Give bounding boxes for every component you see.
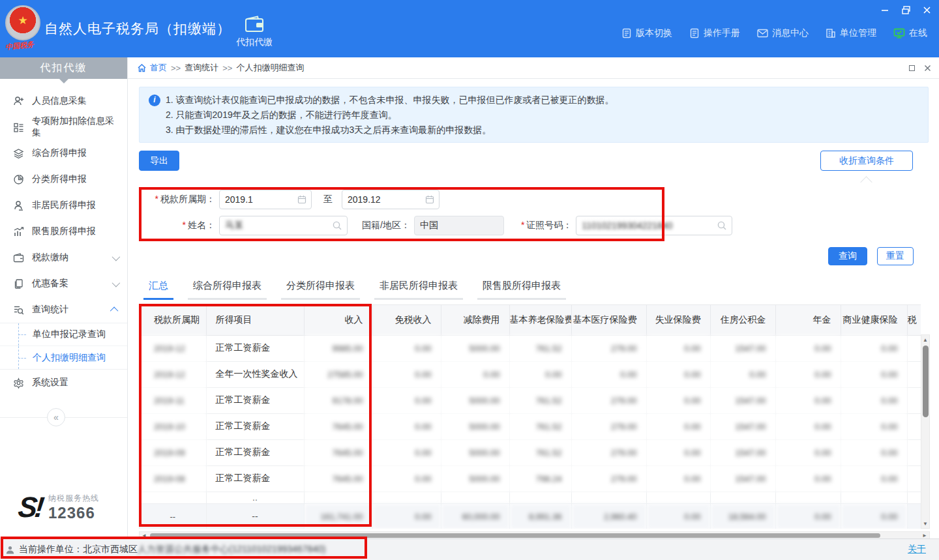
sidebar-item-preferential-filing[interactable]: 优惠备案	[0, 271, 127, 297]
table-cell: 279.00	[571, 465, 646, 492]
menu-message-center[interactable]: 消息中心	[757, 27, 809, 39]
breadcrumb-separator: >>	[171, 63, 181, 73]
query-button[interactable]: 查询	[828, 247, 867, 265]
tab-restricted-shares[interactable]: 限售股所得申报表	[477, 276, 566, 300]
sidebar-item-query-statistics[interactable]: 查询统计	[0, 297, 127, 323]
table-cell	[907, 413, 921, 439]
home-icon	[137, 63, 147, 72]
sidebar-item-classified-income[interactable]: 分类所得申报	[0, 166, 127, 192]
tab-classified-income[interactable]: 分类所得申报表	[281, 276, 360, 300]
period-from-input[interactable]: 2019.1	[219, 190, 312, 209]
table-cell: 2019-08	[140, 465, 206, 492]
sidebar-collapse-button[interactable]: «	[47, 408, 65, 426]
sidebar-item-comprehensive-income[interactable]: 综合所得申报	[0, 140, 127, 166]
sidebar-item-label: 专项附加扣除信息采集	[32, 115, 118, 139]
sidebar-item-label: 优惠备案	[32, 278, 68, 289]
id-number-label: *证照号码：	[521, 220, 572, 231]
table-cell: ..	[206, 492, 304, 503]
minimize-button[interactable]	[879, 4, 891, 16]
collapse-query-button[interactable]: 收折查询条件	[820, 151, 913, 171]
current-unit-prefix: 当前操作单位：北京市西城区	[19, 544, 138, 555]
table-row[interactable]: 2019-11正常工资薪金9178.000.005000.00761.52279…	[140, 387, 921, 413]
tab-summary[interactable]: 汇总	[143, 276, 173, 300]
submenu-personal-withholding-detail-query[interactable]: 个人扣缴明细查询	[0, 346, 127, 369]
table-row[interactable]: 2019-10正常工资薪金7645.000.005000.00761.52279…	[140, 413, 921, 439]
menu-label: 在线	[909, 27, 927, 39]
export-button[interactable]: 导出	[139, 151, 179, 171]
status-bar: 当前操作单位：北京市西城区 人力资源公共服务中心(121101021993467…	[0, 538, 939, 560]
about-link[interactable]: 关于	[908, 544, 926, 555]
sidebar-item-label: 综合所得申报	[32, 147, 87, 159]
table-row[interactable]: 2019-12全年一次性奖金收入27585.000.000.000.000.00…	[140, 361, 921, 387]
table-cell: 0.00	[509, 361, 571, 387]
scroll-up-arrow[interactable]: ▲	[921, 336, 929, 344]
table-cell: 7645.00	[304, 465, 372, 492]
tab-maximize-button[interactable]	[909, 64, 915, 72]
app-title: 自然人电子税务局（扣缴端）	[44, 20, 231, 38]
calendar-icon[interactable]	[297, 195, 306, 204]
tab-close-button[interactable]	[924, 65, 931, 72]
layers-icon	[13, 148, 24, 159]
sidebar-item-nonresident-income[interactable]: 非居民所得申报	[0, 192, 127, 218]
menu-unit-management[interactable]: 单位管理	[826, 27, 876, 39]
table-cell: 0.00	[646, 413, 710, 439]
table-cell: 1547.00	[710, 465, 775, 492]
table-cell: 0.00	[841, 361, 907, 387]
menu-version-switch[interactable]: 版本切换	[621, 27, 672, 39]
online-status[interactable]: 在线	[893, 27, 927, 39]
table-cell	[509, 492, 571, 503]
module-tab-withholding[interactable]: 代扣代缴	[230, 12, 279, 52]
id-number-input[interactable]: 110102199304221840	[576, 216, 732, 235]
online-monitor-check-icon	[893, 28, 905, 38]
table-cell: 0.00	[646, 387, 710, 413]
table-cell: 0.00	[441, 361, 509, 387]
user-icon	[5, 545, 15, 555]
sidebar-item-restricted-shares[interactable]: 限售股所得申报	[0, 218, 127, 244]
column-header-0: 税款所属期	[140, 305, 206, 335]
table-cell: 7645.00	[304, 439, 372, 465]
table-cell: 1547.00	[710, 335, 775, 361]
submenu-unit-declaration-query[interactable]: 单位申报记录查询	[0, 323, 127, 346]
table-row-ellipsis[interactable]: ..	[140, 492, 921, 503]
pie-chart-icon	[13, 174, 24, 185]
tab-nonresident-income[interactable]: 非居民所得申报表	[374, 276, 463, 300]
table-cell: 5000.00	[441, 387, 509, 413]
sidebar-item-tax-payment[interactable]: 税款缴纳	[0, 244, 127, 271]
table-cell	[710, 492, 775, 503]
sidebar-collapse-area: «	[0, 405, 127, 431]
search-icon[interactable]	[717, 220, 727, 231]
name-input[interactable]: 马某	[219, 216, 348, 235]
vertical-scroll-thumb[interactable]	[923, 346, 929, 417]
column-header-1: 所得项目	[206, 305, 304, 335]
table-row[interactable]: 2019-12正常工资薪金9985.000.005000.00761.52279…	[140, 335, 921, 361]
breadcrumb-home[interactable]: 首页	[137, 62, 167, 74]
table-cell: 18,564.00	[710, 503, 775, 529]
horizontal-scroll-thumb[interactable]	[150, 533, 880, 538]
table-cell: 0.00	[372, 335, 441, 361]
restore-button[interactable]	[900, 4, 912, 16]
sidebar: 代扣代缴 人员信息采集 专项附加扣除信息采集 综合所得申报 分类所得申报 非居民…	[0, 57, 128, 538]
search-icon[interactable]	[332, 220, 342, 231]
vertical-scrollbar[interactable]: ▲ ▼	[921, 334, 930, 529]
calendar-icon[interactable]	[425, 195, 434, 204]
sidebar-item-system-settings[interactable]: 系统设置	[0, 370, 127, 396]
table-row[interactable]: 2019-08正常工资薪金7645.000.005000.00798.24279…	[140, 465, 921, 492]
table-cell: 2019-12	[140, 361, 206, 387]
close-button[interactable]	[921, 4, 932, 16]
gear-icon	[13, 377, 24, 389]
reset-button[interactable]: 重置	[877, 247, 914, 265]
table-cell: 2019-11	[140, 387, 206, 413]
period-to-input[interactable]: 2019.12	[342, 190, 440, 209]
table-total-row[interactable]: ----161,741.000.0060,000.008,991.362,960…	[140, 503, 921, 529]
scroll-down-arrow[interactable]: ▼	[921, 520, 929, 527]
menu-manual[interactable]: 操作手册	[689, 27, 740, 39]
tab-comprehensive-income[interactable]: 综合所得申报表	[188, 276, 267, 300]
sidebar-item-personnel-info[interactable]: 人员信息采集	[0, 88, 127, 114]
sidebar-item-special-deduction[interactable]: 专项附加扣除信息采集	[0, 114, 127, 140]
table-cell: 正常工资薪金	[206, 335, 304, 361]
table-cell: 761.52	[509, 413, 571, 439]
app-header: 中国税务 自然人电子税务局（扣缴端） 代扣代缴 版本切换	[0, 0, 939, 57]
sidebar-item-label: 系统设置	[32, 377, 68, 389]
table-row[interactable]: 2019-09正常工资薪金7645.000.005000.00761.52279…	[140, 439, 921, 465]
table-cell: 60,000.00	[441, 503, 509, 529]
